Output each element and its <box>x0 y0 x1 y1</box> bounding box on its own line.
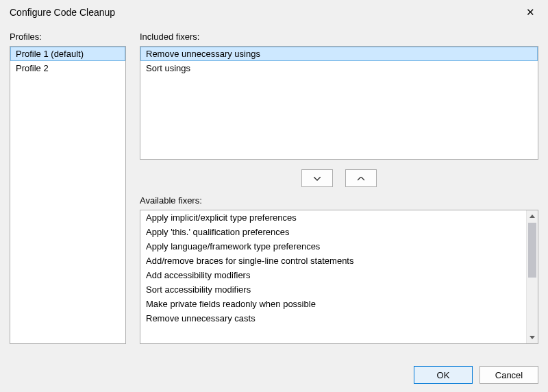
included-item[interactable]: Remove unnecessary usings <box>140 47 538 61</box>
profiles-column: Profiles: Profile 1 (default) Profile 2 <box>10 32 126 344</box>
available-item[interactable]: Make private fields readonly when possib… <box>140 297 526 311</box>
available-item[interactable]: Sort accessibility modifiers <box>140 282 526 297</box>
profiles-label: Profiles: <box>10 32 126 42</box>
available-item[interactable]: Apply 'this.' qualification preferences <box>140 225 526 239</box>
available-item[interactable]: Apply language/framework type preference… <box>140 239 526 254</box>
available-label: Available fixers: <box>140 195 538 206</box>
available-listbox[interactable]: Apply implicit/explicit type preferences… <box>140 210 538 344</box>
chevron-up-icon <box>358 175 364 182</box>
profiles-listbox[interactable]: Profile 1 (default) Profile 2 <box>10 46 126 344</box>
window-title: Configure Code Cleanup <box>10 7 115 18</box>
available-item[interactable]: Add/remove braces for single-line contro… <box>140 254 526 268</box>
available-item[interactable]: Apply implicit/explicit type preferences <box>140 210 526 225</box>
move-down-button[interactable] <box>301 169 333 187</box>
move-buttons <box>140 160 538 191</box>
included-label: Included fixers: <box>140 32 538 42</box>
content-area: Profiles: Profile 1 (default) Profile 2 … <box>0 22 548 344</box>
dialog-footer: OK Cancel <box>414 366 538 384</box>
profile-item[interactable]: Profile 2 <box>10 61 125 75</box>
move-up-button[interactable] <box>345 169 377 187</box>
fixers-column: Included fixers: Remove unnecessary usin… <box>140 32 538 344</box>
available-items: Apply implicit/explicit type preferences… <box>140 210 526 343</box>
scroll-thumb[interactable] <box>528 223 536 278</box>
available-item[interactable]: Remove unnecessary casts <box>140 311 526 326</box>
ok-button[interactable]: OK <box>414 366 473 384</box>
scrollbar[interactable] <box>526 210 538 343</box>
close-icon[interactable]: ✕ <box>521 5 540 19</box>
available-item[interactable]: Add accessibility modifiers <box>140 268 526 282</box>
titlebar: Configure Code Cleanup ✕ <box>0 0 548 22</box>
included-item[interactable]: Sort usings <box>140 61 538 75</box>
included-listbox[interactable]: Remove unnecessary usings Sort usings <box>140 46 538 160</box>
profile-item[interactable]: Profile 1 (default) <box>10 47 125 61</box>
scroll-up-icon[interactable] <box>527 210 538 222</box>
scroll-down-icon[interactable] <box>527 332 538 343</box>
available-section: Available fixers: Apply implicit/explici… <box>140 195 538 344</box>
cancel-button[interactable]: Cancel <box>480 366 538 384</box>
chevron-down-icon <box>314 175 321 182</box>
